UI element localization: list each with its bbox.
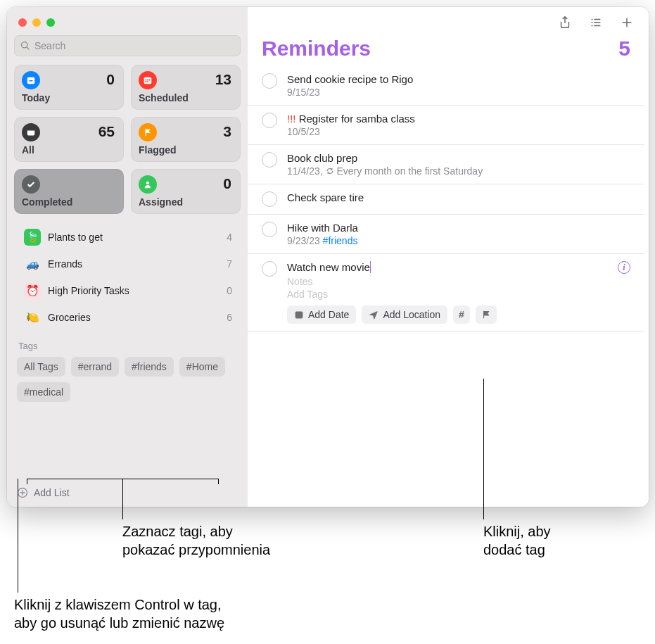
- tag-chip-medical[interactable]: #medical: [17, 382, 70, 402]
- tags-wrap: All Tags #errand #friends #Home #medical: [14, 357, 241, 406]
- share-icon[interactable]: [557, 15, 573, 30]
- list-icon: ⏰: [24, 282, 41, 299]
- info-button[interactable]: i: [618, 261, 630, 274]
- reminder-tag[interactable]: #friends: [323, 235, 358, 246]
- flag-outline-icon: [481, 310, 491, 320]
- reminder-title: Hike with Darla: [287, 222, 630, 234]
- priority-indicator: !!!: [287, 113, 299, 125]
- callout-control-click-tag: Kliknij z klawiszem Control w tag, aby g…: [14, 595, 224, 632]
- smart-label: Completed: [22, 196, 116, 208]
- complete-toggle[interactable]: [262, 261, 277, 277]
- complete-toggle[interactable]: [262, 113, 277, 128]
- search-input[interactable]: [34, 40, 234, 51]
- reminder-item[interactable]: Check spare tire: [248, 184, 644, 215]
- callout-lead: [18, 479, 18, 593]
- close-window-button[interactable]: [18, 18, 27, 27]
- search-icon: [20, 41, 30, 51]
- notes-field[interactable]: Notes: [287, 276, 618, 287]
- list-name: Errands: [48, 258, 227, 270]
- list-count: 0: [227, 285, 232, 296]
- search-field[interactable]: [14, 35, 241, 56]
- my-lists: 🍃 Plants to get 4 🚙 Errands 7 ⏰ High Pri…: [14, 224, 241, 480]
- person-icon: [139, 175, 157, 194]
- reminder-item[interactable]: Book club prep 11/4/23, Every month on t…: [248, 145, 644, 184]
- calendar-today-icon: [22, 71, 40, 89]
- smart-count: 0: [223, 175, 231, 192]
- svg-rect-6: [149, 80, 151, 81]
- reminder-title-input[interactable]: Watch new movie: [287, 261, 618, 273]
- view-options-icon[interactable]: [588, 15, 604, 30]
- list-count: 6: [227, 312, 232, 323]
- list-icon: 🍋: [24, 309, 41, 326]
- text-cursor: [370, 261, 371, 273]
- add-list-label: Add List: [34, 487, 70, 498]
- list-icon: 🍃: [24, 229, 41, 246]
- smart-count: 65: [98, 123, 115, 140]
- complete-toggle[interactable]: [262, 222, 277, 237]
- reminder-item-editing[interactable]: Watch new movie Notes Add Tags Add Date …: [248, 254, 644, 332]
- main-panel: Reminders 5 Send cookie recipe to Rigo 9…: [248, 7, 649, 507]
- calendar-icon: [139, 71, 157, 89]
- reminder-subtitle: 9/23/23 #friends: [287, 235, 630, 246]
- smart-list-all[interactable]: 65 All: [14, 117, 124, 162]
- reminder-subtitle: 10/5/23: [287, 126, 630, 137]
- smart-list-assigned[interactable]: 0 Assigned: [131, 169, 241, 214]
- list-item[interactable]: 🚙 Errands 7: [14, 251, 241, 277]
- add-tags-field[interactable]: Add Tags: [287, 289, 618, 300]
- smart-list-scheduled[interactable]: 13 Scheduled: [131, 65, 241, 110]
- list-title: Reminders: [262, 37, 371, 61]
- list-header: Reminders 5: [248, 32, 649, 66]
- complete-toggle[interactable]: [262, 152, 277, 168]
- minimize-window-button[interactable]: [32, 18, 41, 27]
- smart-count: 0: [106, 71, 115, 88]
- add-location-button[interactable]: Add Location: [362, 305, 447, 324]
- smart-label: Flagged: [139, 144, 233, 156]
- window-controls: [14, 14, 241, 35]
- reminder-item[interactable]: Send cookie recipe to Rigo 9/15/23: [248, 66, 644, 106]
- add-list-button[interactable]: Add List: [14, 480, 241, 507]
- add-reminder-icon[interactable]: [619, 15, 635, 30]
- reminder-item[interactable]: !!! Register for samba class 10/5/23: [248, 106, 644, 145]
- callout-lead: [122, 479, 123, 519]
- add-flag-button[interactable]: [476, 305, 497, 324]
- tag-chip-friends[interactable]: #friends: [125, 357, 174, 377]
- list-item[interactable]: 🍋 Groceries 6: [14, 304, 241, 331]
- svg-rect-4: [146, 80, 147, 81]
- add-tag-button[interactable]: #: [453, 305, 470, 324]
- reminder-item[interactable]: Hike with Darla 9/23/23 #friends: [248, 215, 644, 254]
- reminders-list: Send cookie recipe to Rigo 9/15/23 !!! R…: [248, 66, 649, 507]
- zoom-window-button[interactable]: [46, 18, 55, 27]
- app-window: 0 Today 13 Scheduled 65 All: [7, 7, 649, 507]
- tray-icon: [22, 123, 40, 141]
- list-name: Groceries: [48, 312, 227, 323]
- tags-section-label: Tags: [14, 331, 241, 357]
- svg-point-9: [146, 182, 149, 184]
- plus-circle-icon: [17, 487, 28, 498]
- smart-list-completed[interactable]: Completed: [14, 169, 124, 214]
- svg-rect-5: [147, 80, 148, 81]
- svg-rect-7: [146, 81, 147, 82]
- callout-click-add-tag: Kliknij, aby dodać tag: [483, 522, 551, 559]
- svg-rect-2: [29, 80, 32, 82]
- complete-toggle[interactable]: [262, 73, 277, 89]
- flag-icon: [139, 123, 157, 141]
- reminder-subtitle: 9/15/23: [287, 87, 630, 98]
- sidebar: 0 Today 13 Scheduled 65 All: [7, 7, 248, 507]
- quick-actions: Add Date Add Location #: [287, 305, 618, 324]
- list-item[interactable]: 🍃 Plants to get 4: [14, 224, 241, 251]
- callout-lead: [483, 379, 484, 519]
- smart-list-flagged[interactable]: 3 Flagged: [131, 117, 241, 162]
- smart-lists-grid: 0 Today 13 Scheduled 65 All: [14, 65, 241, 214]
- smart-list-today[interactable]: 0 Today: [14, 65, 124, 110]
- callout-select-tags: Zaznacz tagi, aby pokazać przypomnienia: [122, 522, 270, 559]
- list-item[interactable]: ⏰ High Priority Tasks 0: [14, 277, 241, 304]
- tag-chip-home[interactable]: #Home: [179, 357, 225, 377]
- complete-toggle[interactable]: [262, 191, 277, 207]
- callout-lead: [218, 479, 219, 484]
- tag-chip-errand[interactable]: #errand: [71, 357, 119, 377]
- add-date-button[interactable]: Add Date: [287, 305, 356, 324]
- tag-chip-alltags[interactable]: All Tags: [17, 357, 65, 377]
- smart-count: 3: [223, 123, 231, 140]
- check-icon: [22, 175, 40, 194]
- smart-label: Scheduled: [139, 92, 233, 103]
